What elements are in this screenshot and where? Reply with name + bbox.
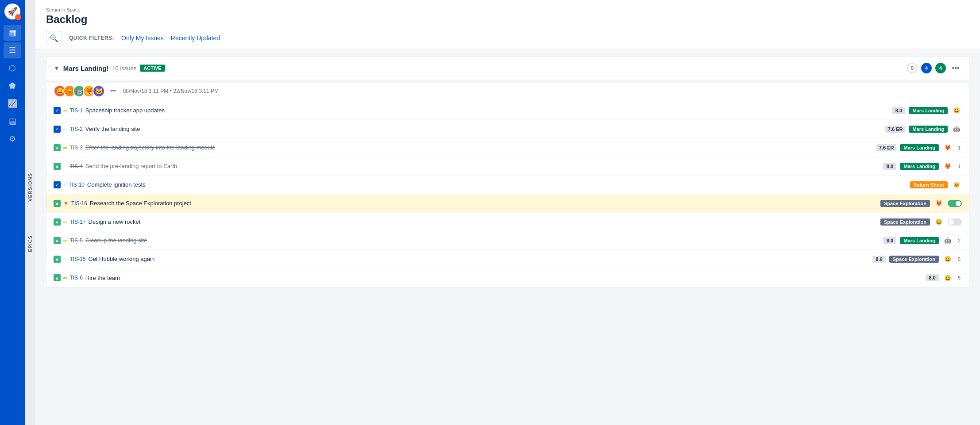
- table-row[interactable]: ▲ ═ TIS-17 Design a new rocket Space Exp…: [46, 213, 969, 231]
- issue-checkbox[interactable]: ▲: [54, 256, 61, 263]
- sidebar-item-pages[interactable]: ▤: [4, 113, 21, 129]
- issue-summary: Send the pre-landing report to Earth: [85, 163, 177, 169]
- issue-left: ▲ ═ TIS-5 Cleanup the landing site: [54, 237, 883, 244]
- table-row[interactable]: ▲ ═ TIS-6 Hire the team 8.0 😀 5: [46, 268, 969, 287]
- avatar-5: 🐱: [93, 85, 105, 97]
- sprint-more-button[interactable]: •••: [949, 62, 962, 74]
- issue-checkbox[interactable]: ▲: [54, 163, 61, 170]
- table-row[interactable]: ▲ ═ TIS-3 Enter the landing trajectory i…: [46, 138, 969, 157]
- issue-key[interactable]: TIS-16: [71, 200, 87, 207]
- sprint-header-right: 5 4 4 •••: [907, 62, 962, 74]
- issue-right: Space Exploration 🦊: [880, 198, 962, 209]
- todo-count: 5: [907, 63, 918, 73]
- sidebar-item-reports[interactable]: ⬡: [4, 60, 21, 76]
- todo-count-circle: 5: [907, 63, 918, 73]
- table-row[interactable]: ▲ ▼ TIS-16 Research the Space Exploratio…: [46, 194, 969, 213]
- comment-count: 1: [957, 145, 962, 150]
- epics-tab[interactable]: EPICS: [26, 232, 35, 256]
- sidebar-item-releases[interactable]: ⬟: [4, 78, 21, 94]
- table-row[interactable]: ✓ ═ TIS-2 Verify the landing site 7.6 ER…: [46, 120, 969, 138]
- issue-summary: Spaceship tracker app updates: [85, 107, 165, 114]
- issue-checkbox[interactable]: ▲: [54, 200, 61, 207]
- comment-count: 5: [957, 275, 962, 280]
- epic-badge[interactable]: Space Exploration: [880, 200, 930, 207]
- issue-checkbox[interactable]: ▲: [54, 144, 61, 151]
- issue-key[interactable]: TIS-3: [70, 145, 83, 151]
- table-row[interactable]: ▲ ═ TIS-15 Get Hubble working again 8.0 …: [46, 250, 969, 268]
- issue-left: ▲ ═ TIS-4 Send the pre-landing report to…: [54, 163, 883, 170]
- priority-icon: ═: [63, 126, 67, 132]
- issue-left: ✓ ═ TIS-1 Spaceship tracker app updates: [54, 107, 892, 114]
- priority-icon: ═: [63, 219, 67, 225]
- issue-checkbox[interactable]: ✓: [54, 126, 61, 133]
- vertical-tabs: VERSIONS EPICS: [25, 0, 35, 425]
- inprogress-count-circle: 4: [921, 63, 932, 73]
- versions-tab[interactable]: VERSIONS: [26, 169, 35, 205]
- sidebar: 🚀 ▦ ☰ ⬡ ⬟ 📈 ▤ ⚙: [0, 0, 25, 425]
- issue-left: ▲ ═ TIS-3 Enter the landing trajectory i…: [54, 144, 876, 151]
- epic-badge[interactable]: Space Exploration: [880, 218, 930, 226]
- recently-updated-filter[interactable]: Recently Updated: [171, 33, 220, 43]
- toggle-switch[interactable]: [948, 200, 962, 207]
- issue-right: Saturn Shoot 🐱: [910, 180, 962, 190]
- epic-badge[interactable]: Space Exploration: [889, 256, 939, 263]
- issue-checkbox[interactable]: ✓: [54, 107, 61, 114]
- comment-count: 1: [957, 164, 962, 169]
- search-button[interactable]: 🔍: [46, 31, 62, 45]
- issue-key[interactable]: TIS-6: [70, 275, 83, 281]
- issues-table: ✓ ═ TIS-1 Spaceship tracker app updates …: [46, 101, 969, 287]
- toggle-switch[interactable]: [948, 218, 962, 226]
- issue-summary: Get Hubble working again: [89, 256, 155, 262]
- epic-badge[interactable]: Mars Landing: [900, 237, 939, 244]
- issue-checkbox[interactable]: ▲: [54, 218, 61, 226]
- filters-bar: 🔍 QUICK FILTERS: Only My Issues Recently…: [46, 31, 969, 45]
- table-row[interactable]: ✓ ↑ TIS-10 Complete ignition tests Satur…: [46, 176, 969, 194]
- sidebar-item-settings[interactable]: ⚙: [4, 131, 21, 147]
- sprint-dates: 08/Nov/18 3:11 PM • 22/Nov/18 3:11 PM: [123, 88, 219, 94]
- more-avatars: •••: [110, 88, 116, 94]
- comment-count: 5: [957, 257, 962, 262]
- sprint-header: ▼ Mars Landing! 10 issues ACTIVE 5 4 4 •…: [46, 56, 969, 80]
- epic-badge[interactable]: Mars Landing: [909, 107, 948, 114]
- issue-key[interactable]: TIS-15: [70, 256, 86, 262]
- collapse-sprint-button[interactable]: ▼: [54, 65, 60, 72]
- priority-icon: ═: [63, 145, 67, 151]
- assignee-avatar: 🦊: [934, 198, 944, 209]
- issue-key[interactable]: TIS-4: [70, 163, 83, 169]
- issue-summary: Research the Space Exploration project: [90, 200, 191, 207]
- epic-badge[interactable]: Mars Landing: [900, 163, 939, 170]
- sprint-meta: 😀 😡 🤖 🦊 🐱 ••• 08/Nov/18 3:11 PM • 22/Nov…: [46, 83, 969, 101]
- issue-key[interactable]: TIS-17: [70, 219, 86, 225]
- issue-right: 8.0 Mars Landing 🦊 1: [883, 161, 962, 172]
- app-logo[interactable]: 🚀: [4, 4, 20, 19]
- epic-badge[interactable]: Mars Landing: [909, 126, 948, 133]
- issue-key[interactable]: TIS-2: [70, 126, 83, 132]
- epic-badge[interactable]: Saturn Shoot: [910, 181, 948, 188]
- priority-icon: ═: [63, 107, 67, 114]
- issue-key[interactable]: TIS-10: [69, 182, 85, 188]
- epic-badge[interactable]: Mars Landing: [900, 144, 939, 151]
- issue-summary: Verify the landing site: [85, 126, 140, 132]
- issue-summary: Complete ignition tests: [87, 181, 146, 188]
- issue-right: 7.6 ER Mars Landing 🤖: [885, 124, 962, 134]
- issue-checkbox[interactable]: ▲: [54, 237, 61, 244]
- only-my-issues-filter[interactable]: Only My Issues: [121, 33, 164, 43]
- issue-key[interactable]: TIS-1: [70, 107, 83, 114]
- issue-checkbox[interactable]: ✓: [54, 181, 61, 188]
- issue-checkbox[interactable]: ▲: [54, 274, 61, 281]
- table-row[interactable]: ✓ ═ TIS-1 Spaceship tracker app updates …: [46, 101, 969, 120]
- issue-left: ✓ ═ TIS-2 Verify the landing site: [54, 126, 885, 133]
- quick-filters-label: QUICK FILTERS:: [69, 35, 114, 41]
- assignee-avatar: 😀: [942, 272, 953, 283]
- assignee-avatar: 🤖: [942, 235, 953, 246]
- notification-badge: [15, 14, 21, 20]
- sidebar-item-backlog[interactable]: ☰: [4, 42, 21, 58]
- sidebar-item-analytics[interactable]: 📈: [4, 96, 21, 111]
- sidebar-item-board[interactable]: ▦: [4, 25, 21, 41]
- issue-key[interactable]: TIS-5: [70, 237, 83, 244]
- table-row[interactable]: ▲ ═ TIS-5 Cleanup the landing site 8.0 M…: [46, 231, 969, 250]
- story-points: 8.0: [892, 107, 905, 114]
- sprint-issue-count: 10 issues: [112, 65, 136, 72]
- table-row[interactable]: ▲ ═ TIS-4 Send the pre-landing report to…: [46, 157, 969, 176]
- project-name: Scrum in Space: [46, 7, 969, 12]
